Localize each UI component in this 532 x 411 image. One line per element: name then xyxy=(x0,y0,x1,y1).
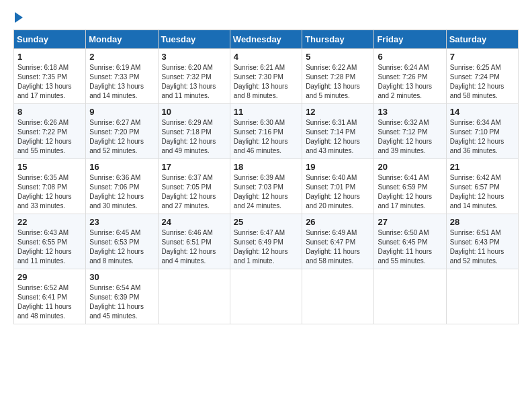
calendar-cell: 8Sunrise: 6:26 AM Sunset: 7:22 PM Daylig… xyxy=(14,104,86,159)
day-number: 30 xyxy=(89,272,154,282)
day-info: Sunrise: 6:46 AM Sunset: 6:51 PM Dayligh… xyxy=(162,228,226,266)
calendar-week-row: 22Sunrise: 6:43 AM Sunset: 6:55 PM Dayli… xyxy=(14,214,519,269)
day-info: Sunrise: 6:19 AM Sunset: 7:33 PM Dayligh… xyxy=(89,63,154,101)
day-number: 7 xyxy=(450,52,515,62)
calendar-cell: 3Sunrise: 6:20 AM Sunset: 7:32 PM Daylig… xyxy=(158,49,230,104)
calendar-cell: 12Sunrise: 6:31 AM Sunset: 7:14 PM Dayli… xyxy=(302,104,374,159)
day-info: Sunrise: 6:27 AM Sunset: 7:20 PM Dayligh… xyxy=(89,118,154,156)
day-number: 15 xyxy=(17,162,82,172)
calendar-cell: 18Sunrise: 6:39 AM Sunset: 7:03 PM Dayli… xyxy=(230,159,302,214)
day-number: 23 xyxy=(89,217,154,227)
day-number: 29 xyxy=(17,272,82,282)
calendar-week-row: 15Sunrise: 6:35 AM Sunset: 7:08 PM Dayli… xyxy=(14,159,519,214)
day-number: 21 xyxy=(450,162,515,172)
day-number: 11 xyxy=(234,107,298,117)
day-number: 18 xyxy=(234,162,298,172)
calendar-week-row: 8Sunrise: 6:26 AM Sunset: 7:22 PM Daylig… xyxy=(14,104,519,159)
calendar-cell: 9Sunrise: 6:27 AM Sunset: 7:20 PM Daylig… xyxy=(86,104,158,159)
calendar-cell: 14Sunrise: 6:34 AM Sunset: 7:10 PM Dayli… xyxy=(446,104,518,159)
calendar-cell: 24Sunrise: 6:46 AM Sunset: 6:51 PM Dayli… xyxy=(158,214,230,269)
calendar-week-row: 29Sunrise: 6:52 AM Sunset: 6:41 PM Dayli… xyxy=(14,269,519,324)
day-info: Sunrise: 6:52 AM Sunset: 6:41 PM Dayligh… xyxy=(17,283,82,321)
calendar-cell: 22Sunrise: 6:43 AM Sunset: 6:55 PM Dayli… xyxy=(14,214,86,269)
day-number: 27 xyxy=(378,217,442,227)
calendar-cell xyxy=(446,269,518,324)
day-info: Sunrise: 6:51 AM Sunset: 6:43 PM Dayligh… xyxy=(450,228,515,266)
day-info: Sunrise: 6:50 AM Sunset: 6:45 PM Dayligh… xyxy=(378,228,442,266)
day-info: Sunrise: 6:34 AM Sunset: 7:10 PM Dayligh… xyxy=(450,118,515,156)
day-number: 22 xyxy=(17,217,82,227)
day-header-friday: Friday xyxy=(374,30,446,49)
day-info: Sunrise: 6:30 AM Sunset: 7:16 PM Dayligh… xyxy=(234,118,298,156)
day-header-wednesday: Wednesday xyxy=(230,30,302,49)
day-number: 10 xyxy=(162,107,226,117)
day-number: 8 xyxy=(17,107,82,117)
calendar-cell: 25Sunrise: 6:47 AM Sunset: 6:49 PM Dayli… xyxy=(230,214,302,269)
day-info: Sunrise: 6:29 AM Sunset: 7:18 PM Dayligh… xyxy=(162,118,226,156)
calendar-table: SundayMondayTuesdayWednesdayThursdayFrid… xyxy=(13,30,519,324)
calendar-cell: 1Sunrise: 6:18 AM Sunset: 7:35 PM Daylig… xyxy=(14,49,86,104)
day-info: Sunrise: 6:21 AM Sunset: 7:30 PM Dayligh… xyxy=(234,63,298,101)
calendar-cell: 7Sunrise: 6:25 AM Sunset: 7:24 PM Daylig… xyxy=(446,49,518,104)
calendar-cell xyxy=(302,269,374,324)
calendar-cell xyxy=(374,269,446,324)
calendar-cell xyxy=(230,269,302,324)
day-info: Sunrise: 6:43 AM Sunset: 6:55 PM Dayligh… xyxy=(17,228,82,266)
day-info: Sunrise: 6:36 AM Sunset: 7:06 PM Dayligh… xyxy=(89,173,154,211)
day-number: 24 xyxy=(162,217,226,227)
calendar-cell: 27Sunrise: 6:50 AM Sunset: 6:45 PM Dayli… xyxy=(374,214,446,269)
calendar-cell: 10Sunrise: 6:29 AM Sunset: 7:18 PM Dayli… xyxy=(158,104,230,159)
day-number: 17 xyxy=(162,162,226,172)
day-number: 20 xyxy=(378,162,442,172)
calendar-cell: 5Sunrise: 6:22 AM Sunset: 7:28 PM Daylig… xyxy=(302,49,374,104)
day-info: Sunrise: 6:26 AM Sunset: 7:22 PM Dayligh… xyxy=(17,118,82,156)
day-info: Sunrise: 6:35 AM Sunset: 7:08 PM Dayligh… xyxy=(17,173,82,211)
calendar-cell: 23Sunrise: 6:45 AM Sunset: 6:53 PM Dayli… xyxy=(86,214,158,269)
day-info: Sunrise: 6:25 AM Sunset: 7:24 PM Dayligh… xyxy=(450,63,515,101)
day-number: 9 xyxy=(89,107,154,117)
day-number: 28 xyxy=(450,217,515,227)
calendar-cell: 21Sunrise: 6:42 AM Sunset: 6:57 PM Dayli… xyxy=(446,159,518,214)
calendar-cell xyxy=(158,269,230,324)
calendar-cell: 29Sunrise: 6:52 AM Sunset: 6:41 PM Dayli… xyxy=(14,269,86,324)
logo-triangle-icon xyxy=(15,12,23,23)
day-number: 25 xyxy=(234,217,298,227)
day-info: Sunrise: 6:47 AM Sunset: 6:49 PM Dayligh… xyxy=(234,228,298,266)
calendar-cell: 13Sunrise: 6:32 AM Sunset: 7:12 PM Dayli… xyxy=(374,104,446,159)
day-info: Sunrise: 6:20 AM Sunset: 7:32 PM Dayligh… xyxy=(162,63,226,101)
calendar-cell: 11Sunrise: 6:30 AM Sunset: 7:16 PM Dayli… xyxy=(230,104,302,159)
day-info: Sunrise: 6:24 AM Sunset: 7:26 PM Dayligh… xyxy=(378,63,442,101)
day-info: Sunrise: 6:31 AM Sunset: 7:14 PM Dayligh… xyxy=(306,118,370,156)
day-info: Sunrise: 6:32 AM Sunset: 7:12 PM Dayligh… xyxy=(378,118,442,156)
page-header xyxy=(13,13,519,23)
day-header-sunday: Sunday xyxy=(14,30,86,49)
day-info: Sunrise: 6:42 AM Sunset: 6:57 PM Dayligh… xyxy=(450,173,515,211)
calendar-week-row: 1Sunrise: 6:18 AM Sunset: 7:35 PM Daylig… xyxy=(14,49,519,104)
calendar-cell: 2Sunrise: 6:19 AM Sunset: 7:33 PM Daylig… xyxy=(86,49,158,104)
calendar-cell: 26Sunrise: 6:49 AM Sunset: 6:47 PM Dayli… xyxy=(302,214,374,269)
day-header-thursday: Thursday xyxy=(302,30,374,49)
day-info: Sunrise: 6:18 AM Sunset: 7:35 PM Dayligh… xyxy=(17,63,82,101)
day-number: 16 xyxy=(89,162,154,172)
calendar-cell: 15Sunrise: 6:35 AM Sunset: 7:08 PM Dayli… xyxy=(14,159,86,214)
day-info: Sunrise: 6:40 AM Sunset: 7:01 PM Dayligh… xyxy=(306,173,370,211)
calendar-cell: 6Sunrise: 6:24 AM Sunset: 7:26 PM Daylig… xyxy=(374,49,446,104)
day-number: 4 xyxy=(234,52,298,62)
day-number: 6 xyxy=(378,52,442,62)
calendar-cell: 4Sunrise: 6:21 AM Sunset: 7:30 PM Daylig… xyxy=(230,49,302,104)
day-number: 5 xyxy=(306,52,370,62)
calendar-cell: 28Sunrise: 6:51 AM Sunset: 6:43 PM Dayli… xyxy=(446,214,518,269)
calendar-cell: 19Sunrise: 6:40 AM Sunset: 7:01 PM Dayli… xyxy=(302,159,374,214)
day-number: 2 xyxy=(89,52,154,62)
calendar-cell: 17Sunrise: 6:37 AM Sunset: 7:05 PM Dayli… xyxy=(158,159,230,214)
day-number: 14 xyxy=(450,107,515,117)
day-info: Sunrise: 6:41 AM Sunset: 6:59 PM Dayligh… xyxy=(378,173,442,211)
day-number: 13 xyxy=(378,107,442,117)
calendar-header-row: SundayMondayTuesdayWednesdayThursdayFrid… xyxy=(14,30,519,49)
day-info: Sunrise: 6:45 AM Sunset: 6:53 PM Dayligh… xyxy=(89,228,154,266)
day-info: Sunrise: 6:22 AM Sunset: 7:28 PM Dayligh… xyxy=(306,63,370,101)
calendar-cell: 20Sunrise: 6:41 AM Sunset: 6:59 PM Dayli… xyxy=(374,159,446,214)
day-info: Sunrise: 6:49 AM Sunset: 6:47 PM Dayligh… xyxy=(306,228,370,266)
day-header-saturday: Saturday xyxy=(446,30,518,49)
logo xyxy=(13,13,23,23)
